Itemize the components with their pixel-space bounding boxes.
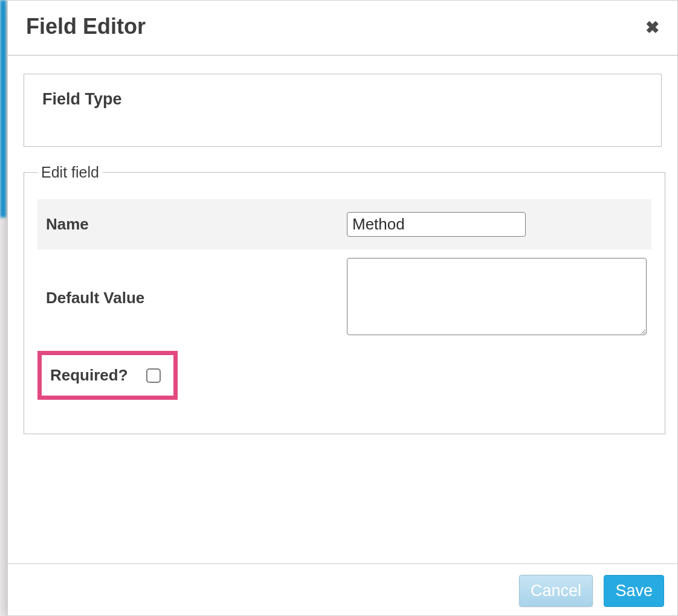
- required-highlight: Required?: [37, 351, 178, 400]
- row-name: Name: [37, 199, 651, 249]
- modal-header: Field Editor ✖: [8, 1, 677, 56]
- required-checkbox[interactable]: [146, 368, 161, 383]
- name-input[interactable]: [347, 212, 526, 237]
- edit-fieldset: Edit field Name Default Value Required?: [24, 164, 665, 434]
- required-label: Required?: [50, 366, 128, 385]
- field-type-label: Field Type: [42, 90, 643, 109]
- modal-title: Field Editor: [26, 14, 146, 39]
- close-icon[interactable]: ✖: [645, 14, 659, 37]
- edit-legend: Edit field: [37, 164, 103, 181]
- default-value-textarea[interactable]: [347, 258, 647, 335]
- modal-body: Field Type Edit field Name Default Value: [8, 56, 677, 564]
- field-editor-modal: Field Editor ✖ Field Type Edit field Nam…: [7, 0, 678, 616]
- cancel-button[interactable]: Cancel: [519, 575, 593, 607]
- default-value-label: Default Value: [46, 289, 144, 307]
- save-button[interactable]: Save: [604, 575, 664, 607]
- row-default-value: Default Value: [37, 249, 651, 344]
- name-label: Name: [46, 215, 89, 233]
- modal-footer: Cancel Save: [8, 564, 677, 615]
- field-type-box: Field Type: [24, 74, 662, 147]
